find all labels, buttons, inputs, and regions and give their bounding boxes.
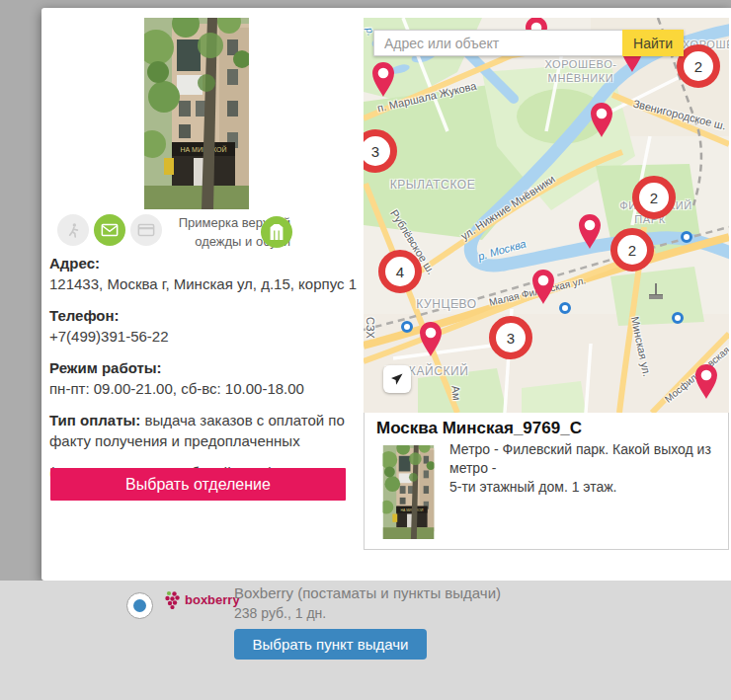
phone-value: +7(499)391-56-22 [49, 328, 169, 345]
map-pin[interactable] [576, 213, 604, 251]
cluster-count: 2 [694, 58, 702, 75]
geolocation-button[interactable] [383, 365, 411, 393]
navigation-arrow-icon [389, 371, 405, 387]
cluster-marker[interactable]: 2 [632, 176, 676, 219]
cluster-count: 3 [371, 143, 379, 160]
search-input[interactable] [373, 30, 622, 56]
pickup-point-modal: Примерка верхней одежды и обуви Адрес: 1… [41, 8, 731, 581]
delivery-option-label: Boxberry (постаматы и пункты выдачи) [234, 584, 501, 601]
metro-entrance-marker [681, 231, 692, 243]
map-label: ХОРОШЕВО- [544, 58, 616, 70]
radio-selected-dot [133, 599, 146, 612]
cluster-marker[interactable]: 2 [610, 228, 654, 272]
cluster-marker[interactable]: 3 [364, 129, 397, 173]
coat-fitting-icon [261, 216, 292, 248]
map-pin[interactable] [529, 269, 557, 306]
search-button[interactable]: Найти [622, 30, 684, 56]
selected-point-description: Метро - Филевский парк. Какой выход из м… [449, 440, 721, 497]
boxberry-wordmark: boxberry [185, 592, 240, 607]
walk-distance-icon [57, 214, 89, 246]
map-pin[interactable] [369, 61, 397, 99]
boxberry-berry-icon [163, 589, 182, 609]
card-payment-icon [130, 214, 162, 246]
pickup-point-photo [144, 18, 249, 209]
address-label: Адрес: [49, 255, 100, 272]
selected-point-title: Москва Минская_9769_С [376, 419, 582, 438]
map-label: КУНЦЕВО [416, 297, 476, 311]
delivery-option-price: 238 руб., 1 дн. [234, 605, 326, 621]
map-pin[interactable] [417, 321, 445, 358]
map-label: Ам [449, 385, 462, 401]
map-label: КРЫЛАТСКОЕ [390, 178, 476, 192]
selected-point-card: Москва Минская_9769_С Метро - Филевский … [364, 413, 729, 550]
select-branch-button[interactable]: Выбрать отделение [50, 468, 346, 501]
map-search-bar: Найти [373, 30, 684, 56]
selected-point-thumbnail [377, 445, 440, 539]
map-overlay: ХОРОШЕВО-МНЁВНИКИХОРОШЁп. Маршала Жукова… [364, 18, 729, 413]
cluster-count: 2 [650, 190, 658, 206]
map[interactable]: ХОРОШЕВО-МНЁВНИКИХОРОШЁп. Маршала Жукова… [364, 18, 729, 413]
payment-label: Тип оплаты: [49, 412, 140, 428]
metro-entrance-marker [559, 302, 571, 314]
boxberry-logo: boxberry [163, 589, 240, 609]
cluster-marker[interactable]: 4 [378, 250, 422, 293]
hours-label: Режим работы: [49, 359, 162, 376]
map-label: МНЁВНИКИ [548, 72, 614, 84]
map-label: СЗХ [365, 317, 376, 339]
mail-icon [94, 214, 125, 246]
cluster-marker[interactable]: 3 [489, 316, 532, 359]
cluster-count: 2 [628, 242, 636, 259]
map-label: Минская ул. [629, 316, 654, 378]
map-pin[interactable] [692, 363, 720, 401]
map-label: р. Москва [476, 237, 527, 262]
monument-icon [649, 283, 663, 299]
cluster-count: 3 [507, 330, 515, 347]
select-pickup-point-button[interactable]: Выбрать пункт выдачи [234, 629, 427, 660]
hours-value: пн-пт: 09.00-21.00, сб-вс: 10.00-18.00 [49, 380, 304, 397]
phone-label: Телефон: [49, 307, 120, 324]
metro-entrance-marker [672, 312, 684, 324]
cluster-count: 4 [396, 264, 404, 280]
address-value: 121433, Москва г, Минская ул, д.15, корп… [49, 275, 357, 292]
metro-entrance-marker [401, 321, 413, 333]
map-label: Звенигородское ш. [632, 97, 728, 131]
delivery-option-radio[interactable] [126, 592, 153, 619]
branch-details: Адрес: 121433, Москва г, Минская ул, д.1… [49, 253, 364, 494]
map-pin[interactable] [588, 102, 615, 139]
